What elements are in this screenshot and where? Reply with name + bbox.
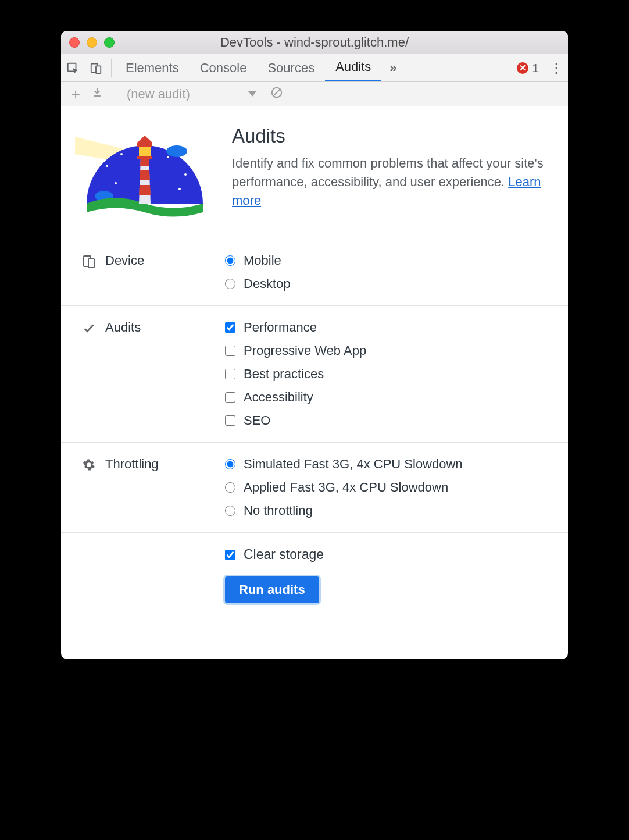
inspect-element-icon[interactable] [61,54,84,81]
radio-throttle-sim-label: Simulated Fast 3G, 4x CPU Slowdown [244,457,463,472]
svg-point-8 [120,153,123,155]
svg-point-12 [178,188,181,190]
check-seo-input[interactable] [225,415,235,426]
throttling-label: Throttling [105,457,159,472]
section-audits: Audits Performance Progressive Web App B… [61,305,568,442]
audit-select-label: (new audit) [127,87,190,102]
radio-throttle-app-input[interactable] [225,482,235,493]
check-seo[interactable]: SEO [225,413,551,428]
devtools-tab-strip: Elements Console Sources Audits » ✕ 1 ⋮ [61,54,568,82]
check-accessibility-label: Accessibility [244,390,313,405]
audits-description-text: Identify and fix common problems that af… [232,156,544,189]
radio-mobile[interactable]: Mobile [225,253,551,268]
zoom-window-button[interactable] [104,37,115,48]
minimize-window-button[interactable] [87,37,97,48]
svg-point-14 [191,162,192,164]
check-icon [82,321,96,335]
svg-point-9 [167,156,169,158]
check-clear-storage-input[interactable] [225,550,235,560]
tab-elements[interactable]: Elements [115,54,190,81]
radio-desktop[interactable]: Desktop [225,276,551,291]
section-run: Clear storage Run audits [61,532,568,627]
check-performance-input[interactable] [225,322,235,333]
check-accessibility-input[interactable] [225,392,235,403]
radio-mobile-input[interactable] [225,255,235,266]
error-count-badge[interactable]: ✕ 1 [517,54,539,81]
device-toggle-icon[interactable] [84,54,108,81]
section-throttling: Throttling Simulated Fast 3G, 4x CPU Slo… [61,442,568,532]
check-performance-label: Performance [244,320,317,335]
window-title: DevTools - wind-sprout.glitch.me/ [61,35,568,50]
audit-select[interactable]: (new audit) [127,87,256,102]
radio-throttle-app[interactable]: Applied Fast 3G, 4x CPU Slowdown [225,480,551,495]
audits-description: Identify and fix common problems that af… [232,154,551,210]
window-titlebar: DevTools - wind-sprout.glitch.me/ [61,31,568,54]
svg-point-10 [184,173,187,176]
radio-throttle-none-input[interactable] [225,506,235,516]
radio-desktop-label: Desktop [244,276,291,291]
check-clear-storage[interactable]: Clear storage [225,547,551,563]
traffic-lights [69,37,115,48]
svg-point-11 [115,182,117,184]
svg-rect-21 [139,145,151,157]
lighthouse-illustration [75,125,215,225]
new-audit-icon[interactable]: ＋ [68,84,83,104]
tab-console[interactable]: Console [190,54,258,81]
svg-point-7 [106,165,108,167]
devtools-window: DevTools - wind-sprout.glitch.me/ Elemen… [61,31,568,659]
svg-rect-24 [137,156,152,159]
audits-label: Audits [105,320,141,335]
svg-marker-20 [139,185,151,195]
error-count: 1 [532,61,539,75]
radio-mobile-label: Mobile [244,253,281,268]
section-device: Device Mobile Desktop [61,239,568,305]
check-clear-storage-label: Clear storage [244,547,324,563]
close-window-button[interactable] [69,37,80,48]
check-seo-label: SEO [244,413,270,428]
chevron-down-icon [248,91,256,97]
gear-icon [82,458,96,472]
radio-throttle-sim-input[interactable] [225,459,235,469]
device-label: Device [105,253,144,268]
svg-point-15 [166,145,187,157]
check-best-practices[interactable]: Best practices [225,366,551,382]
check-best-practices-label: Best practices [244,366,324,382]
svg-line-5 [273,89,280,95]
svg-rect-2 [96,66,101,73]
radio-throttle-none-label: No throttling [244,503,313,518]
download-audit-icon[interactable] [91,87,103,102]
check-pwa[interactable]: Progressive Web App [225,343,551,358]
svg-marker-19 [140,170,150,180]
clear-audit-icon[interactable] [270,86,283,102]
svg-rect-3 [94,95,101,97]
more-tabs-icon[interactable]: » [381,54,405,81]
separator [111,59,112,77]
settings-menu-icon[interactable]: ⋮ [545,54,568,81]
radio-desktop-input[interactable] [225,279,235,289]
svg-marker-23 [137,136,152,143]
error-icon: ✕ [517,62,528,74]
radio-throttle-app-label: Applied Fast 3G, 4x CPU Slowdown [244,480,448,495]
check-pwa-label: Progressive Web App [244,343,366,358]
radio-throttle-none[interactable]: No throttling [225,503,551,518]
check-performance[interactable]: Performance [225,320,551,335]
tab-sources[interactable]: Sources [257,54,325,81]
tab-audits[interactable]: Audits [325,54,381,81]
audits-intro: Audits Identify and fix common problems … [61,106,568,239]
check-best-practices-input[interactable] [225,369,235,379]
radio-throttle-sim[interactable]: Simulated Fast 3G, 4x CPU Slowdown [225,457,551,472]
svg-rect-22 [137,143,152,147]
check-accessibility[interactable]: Accessibility [225,390,551,405]
audits-panel: Audits Identify and fix common problems … [61,106,568,627]
device-icon [82,254,96,268]
audit-toolbar: ＋ (new audit) [61,82,568,106]
svg-rect-26 [88,259,94,268]
check-pwa-input[interactable] [225,346,235,356]
audits-heading: Audits [232,125,551,147]
run-audits-button[interactable]: Run audits [225,576,319,603]
